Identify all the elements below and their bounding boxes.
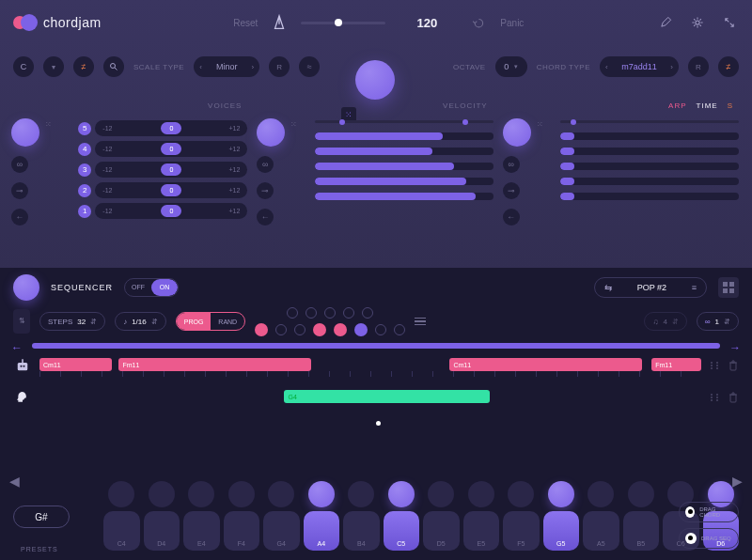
swing-selector[interactable]: ♫ 4 ⇵	[644, 312, 686, 331]
key-switch[interactable]	[149, 481, 175, 507]
keys-left-icon[interactable]: ◀	[9, 474, 20, 489]
velocity-bar-1[interactable]	[315, 132, 494, 140]
pattern-dot[interactable]	[287, 307, 298, 319]
melody-track[interactable]: G4	[39, 390, 701, 405]
chord-trash-icon[interactable]	[728, 360, 739, 371]
s-tab[interactable]: S	[728, 101, 733, 117]
pattern-dot[interactable]	[294, 324, 306, 335]
updown-handle-icon[interactable]: ⇅	[13, 309, 30, 334]
voices-back-icon[interactable]: ←	[11, 209, 28, 226]
velocity-knob[interactable]	[257, 118, 285, 147]
scale-link-icon[interactable]: ≈	[299, 56, 320, 77]
key-cap[interactable]: B5	[623, 511, 660, 551]
velocity-bar-4[interactable]	[315, 178, 494, 185]
pattern-dot[interactable]	[255, 323, 268, 336]
panic-button[interactable]: Panic	[500, 18, 524, 28]
key-cap[interactable]: F5	[503, 511, 540, 551]
key-cap[interactable]: D4	[144, 511, 180, 551]
pattern-dot[interactable]	[354, 323, 368, 336]
voices-knob[interactable]	[11, 118, 39, 147]
key-switch[interactable]	[468, 481, 494, 507]
key-cap[interactable]: C5	[384, 511, 420, 551]
voices-key-icon[interactable]: ⊸	[11, 182, 28, 199]
time-range-slider[interactable]	[560, 120, 739, 123]
chord-clip[interactable]: Fm11	[651, 358, 701, 371]
tempo-slider[interactable]	[301, 22, 385, 24]
pattern-dot[interactable]	[375, 324, 386, 335]
scroll-right-icon[interactable]: →	[729, 341, 741, 354]
time-tab[interactable]: TIME	[697, 101, 718, 117]
voice-transpose-slider[interactable]: -120+12	[95, 141, 247, 157]
key-switch[interactable]	[628, 481, 654, 507]
key-cap[interactable]: F4	[224, 511, 260, 551]
arp-tab[interactable]: ARP	[668, 101, 686, 117]
voices-loop-icon[interactable]: ∞	[11, 156, 28, 173]
pattern-dot[interactable]	[313, 323, 326, 336]
pencil-icon[interactable]	[656, 13, 675, 32]
velocity-range-slider[interactable]	[315, 120, 494, 123]
velocity-back-icon[interactable]: ←	[257, 209, 274, 226]
time-bar-5[interactable]	[560, 193, 739, 200]
division-selector[interactable]: ♪ 1/16 ⇵	[115, 312, 166, 331]
key-switch[interactable]	[508, 481, 534, 507]
time-loop-icon[interactable]: ∞	[503, 156, 520, 173]
time-key-icon[interactable]: ⊸	[503, 182, 520, 199]
key-switch[interactable]	[308, 481, 335, 507]
voice-transpose-slider[interactable]: -120+12	[95, 162, 247, 178]
steps-selector[interactable]: STEPS 32 ⇵	[39, 312, 105, 331]
drag-seq-button[interactable]: DRAG SEQ	[679, 528, 739, 549]
pattern-dot[interactable]	[306, 307, 317, 319]
voice-number[interactable]: 4	[78, 143, 91, 156]
chord-clip[interactable]: Cm11	[449, 358, 641, 371]
loop-selector[interactable]: ∞ 1 ⇵	[697, 312, 739, 331]
time-knob[interactable]	[503, 118, 531, 147]
chord-r-icon[interactable]: R	[688, 56, 709, 77]
time-bar-2[interactable]	[560, 148, 739, 155]
chord-ne-icon[interactable]: ≠	[718, 56, 739, 77]
grid-view-icon[interactable]	[718, 277, 739, 298]
time-back-icon[interactable]: ←	[503, 209, 520, 226]
undo-icon[interactable]	[468, 13, 487, 32]
voice-number[interactable]: 5	[78, 122, 91, 135]
voice-number[interactable]: 3	[78, 163, 91, 177]
chord-clip[interactable]: Cm11	[39, 358, 112, 371]
key-cap[interactable]: A5	[583, 511, 619, 551]
pattern-dot[interactable]	[334, 323, 347, 336]
key-switch[interactable]	[388, 481, 415, 507]
key-switch[interactable]	[268, 481, 294, 507]
melody-grip-icon[interactable]	[709, 392, 720, 403]
key-cap[interactable]: A4	[304, 511, 340, 551]
pattern-dot[interactable]	[362, 307, 373, 319]
key-cap[interactable]: G4	[263, 511, 300, 551]
pattern-dot[interactable]	[394, 324, 405, 335]
velocity-bar-3[interactable]	[315, 163, 494, 170]
voice-number[interactable]: 2	[78, 184, 91, 197]
bpm-value[interactable]: 120	[399, 16, 455, 30]
preset-selector[interactable]: ⇆ POP #2 ≡	[594, 277, 707, 298]
voices-dice-icon[interactable]: ⁙	[45, 120, 52, 129]
not-equal-icon[interactable]: ≠	[73, 56, 94, 77]
key-cap[interactable]: B4	[343, 511, 380, 551]
time-dice-icon[interactable]: ⁙	[537, 120, 543, 129]
velocity-key-icon[interactable]: ⊸	[257, 182, 274, 199]
head-icon[interactable]	[13, 388, 32, 407]
search-icon[interactable]	[103, 56, 124, 77]
master-knob[interactable]	[355, 60, 395, 100]
pattern-dot[interactable]	[324, 307, 336, 319]
key-cap[interactable]: E4	[183, 511, 220, 551]
scale-r-icon[interactable]: R	[269, 56, 290, 77]
velocity-bar-2[interactable]	[315, 148, 494, 155]
velocity-bar-5[interactable]	[315, 193, 494, 200]
velocity-loop-icon[interactable]: ∞	[257, 156, 274, 173]
scroll-left-icon[interactable]: ←	[11, 341, 23, 354]
melody-trash-icon[interactable]	[728, 392, 739, 403]
drag-chord-button[interactable]: DRAG CHORD	[679, 502, 739, 522]
key-switch[interactable]	[548, 481, 574, 507]
key-switch[interactable]	[108, 481, 134, 507]
prog-rand-toggle[interactable]: PROG RAND	[176, 312, 245, 331]
octave-selector[interactable]: 0 ▾	[495, 56, 527, 77]
key-switch[interactable]	[228, 481, 255, 507]
gear-icon[interactable]	[688, 13, 707, 32]
sequencer-toggle[interactable]: OFF ON	[124, 278, 179, 297]
keys-right-icon[interactable]: ▶	[732, 474, 743, 489]
